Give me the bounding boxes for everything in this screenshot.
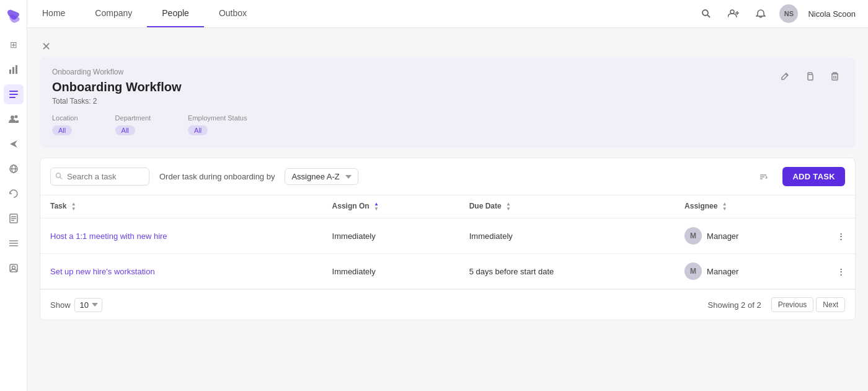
chart-icon[interactable] [4,60,24,79]
department-label: Department [115,114,151,122]
tasks-toolbar: Order task during onboarding by Assignee… [40,158,855,196]
pagination-info: Showing 2 of 2 [708,300,761,310]
user-name[interactable]: Nicola Scoon [808,9,856,19]
show-select[interactable]: 10 25 50 [74,298,102,312]
svg-rect-2 [16,65,17,74]
copy-workflow-button[interactable] [801,68,818,85]
edit-workflow-button[interactable] [776,68,794,85]
workflow-filters: Location All Department All Employment S… [52,114,843,135]
workflow-actions [776,68,843,85]
svg-rect-4 [9,94,18,95]
tasks-footer: Show 10 25 50 Showing 2 of 2 Previous Ne… [40,289,855,320]
tasks-table: Task ▲▼ Assign On ▲▼ Due Date ▲▼ Assig [40,196,855,289]
topnav-right: NS Nicola Scoon [698,4,868,23]
tasks-section: Order task during onboarding by Assignee… [40,158,856,320]
workflow-title: Onboarding Workflow [52,80,843,94]
task-name-cell: Set up new hire's workstation [40,254,322,289]
employment-filter: Employment Status All [188,114,247,135]
col-due-date: Due Date ▲▼ [459,196,675,218]
main-content: Home Company People Outbox NS Nicola Sco… [27,0,868,391]
assignee-name: Manager [707,267,738,276]
assignee-avatar: M [684,263,702,280]
assignee-name: Manager [707,231,738,241]
next-button[interactable]: Next [816,297,845,312]
assignee-avatar: M [684,227,702,245]
assignee-cell: M Manager [675,254,827,289]
svg-rect-5 [9,97,16,98]
search-input[interactable] [50,168,149,186]
add-task-button[interactable]: ADD TASK [782,167,845,186]
people-sidebar-icon[interactable] [4,109,24,129]
topnav: Home Company People Outbox NS Nicola Sco… [27,0,868,28]
employment-label: Employment Status [188,114,247,122]
assign-on-cell: Immediately [322,218,459,254]
col-task: Task ▲▼ [40,196,322,218]
tab-outbox[interactable]: Outbox [204,0,262,27]
svg-point-20 [702,10,708,16]
tab-people[interactable]: People [147,0,204,27]
table-row: Host a 1:1 meeting with new hire Immedia… [40,218,855,254]
location-value[interactable]: All [52,125,72,135]
workflow-header: Onboarding Workflow Onboarding Workflow … [40,58,856,148]
department-filter: Department All [115,114,151,135]
sidebar: ⊞ [0,0,27,391]
svg-rect-3 [9,91,18,92]
workflow-tasks-count: Total Tasks: 2 [52,97,843,106]
col-assignee: Assignee ▲▼ [675,196,827,218]
table-row: Set up new hire's workstation Immediatel… [40,254,855,289]
svg-rect-0 [9,70,11,74]
due-date-cell: Immediately [459,218,675,254]
order-label: Order task during onboarding by [159,172,275,181]
search-wrap [50,168,149,186]
task-active-icon[interactable] [4,84,24,104]
globe-icon[interactable] [4,159,24,179]
svg-rect-26 [808,74,813,80]
app-logo[interactable] [5,7,22,25]
avatar[interactable]: NS [779,4,798,23]
plane-icon[interactable] [4,134,24,154]
assign-on-cell: Immediately [322,254,459,289]
task-link[interactable]: Host a 1:1 meeting with new hire [50,231,167,241]
location-filter: Location All [52,114,78,135]
previous-button[interactable]: Previous [771,297,814,312]
order-select[interactable]: Assignee A-Z Assignee Z-A Due Date [285,168,358,185]
svg-point-30 [56,173,61,178]
location-label: Location [52,114,78,122]
svg-point-7 [14,115,17,119]
row-menu[interactable]: ⋮ [827,254,855,289]
page-body: ✕ Onboarding Workflow Onboarding Workflo… [27,28,868,391]
show-label: Show [50,300,71,310]
tab-home[interactable]: Home [27,0,80,27]
add-people-icon[interactable] [725,5,742,22]
nav-tabs: Home Company People Outbox [27,0,262,27]
notification-icon[interactable] [752,5,769,22]
sort-button[interactable] [754,168,773,186]
refresh-icon[interactable] [4,184,24,204]
svg-point-19 [12,266,15,269]
grid-icon[interactable]: ⊞ [4,35,24,55]
svg-point-6 [11,115,14,119]
department-value[interactable]: All [115,125,135,135]
due-date-cell: 5 days before start date [459,254,675,289]
svg-rect-1 [12,67,14,74]
task-name-cell: Host a 1:1 meeting with new hire [40,218,322,254]
search-icon-small [55,172,63,181]
svg-rect-27 [832,74,838,80]
assignee-cell: M Manager [675,218,827,254]
close-button[interactable]: ✕ [40,40,52,53]
svg-point-22 [730,10,734,14]
tab-company[interactable]: Company [80,0,147,27]
svg-line-21 [707,15,710,17]
workflow-breadcrumb: Onboarding Workflow [52,68,843,76]
user-badge-icon[interactable] [4,258,24,278]
svg-line-31 [60,177,63,179]
delete-workflow-button[interactable] [826,68,843,85]
employment-value[interactable]: All [188,125,208,135]
list-icon[interactable] [4,233,24,253]
row-menu[interactable]: ⋮ [827,218,855,254]
task-link[interactable]: Set up new hire's workstation [50,267,155,276]
document-icon[interactable] [4,209,24,228]
search-icon[interactable] [698,5,715,22]
col-assign-on: Assign On ▲▼ [322,196,459,218]
